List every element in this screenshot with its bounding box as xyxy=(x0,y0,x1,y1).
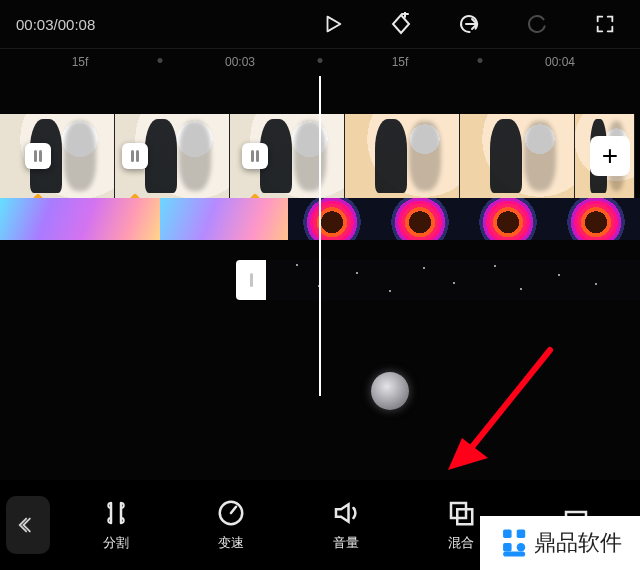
tool-speed[interactable]: 变速 xyxy=(173,498,288,552)
play-button[interactable] xyxy=(314,5,352,43)
svg-line-0 xyxy=(468,350,550,452)
video-clip[interactable] xyxy=(460,114,575,198)
ruler-dot xyxy=(318,58,323,63)
effect-clip[interactable] xyxy=(288,198,640,240)
back-button[interactable] xyxy=(6,496,50,554)
top-toolbar: 00:03/00:08 xyxy=(0,0,640,48)
keyframe-add-button[interactable] xyxy=(382,5,420,43)
video-clip[interactable] xyxy=(115,114,230,198)
time-current: 00:03 xyxy=(16,16,54,33)
svg-rect-6 xyxy=(503,529,512,538)
overlay-clip-content xyxy=(266,260,640,300)
svg-rect-9 xyxy=(503,552,525,557)
ruler-dot xyxy=(158,58,163,63)
tool-label: 变速 xyxy=(218,534,244,552)
svg-rect-7 xyxy=(517,529,526,538)
add-clip-button[interactable]: + xyxy=(590,136,630,176)
timeline-ruler[interactable]: 15f 00:03 15f 00:04 xyxy=(0,48,640,76)
transition-chip[interactable] xyxy=(122,143,148,169)
svg-point-10 xyxy=(517,543,526,552)
tool-volume[interactable]: 音量 xyxy=(288,498,403,552)
effect-clip[interactable] xyxy=(160,198,288,240)
tool-label: 音量 xyxy=(333,534,359,552)
timeline[interactable]: + xyxy=(0,76,640,396)
effect-clip[interactable] xyxy=(0,198,160,240)
ruler-label: 00:04 xyxy=(545,55,575,69)
svg-rect-8 xyxy=(503,543,512,552)
ruler-dot xyxy=(478,58,483,63)
ruler-label: 00:03 xyxy=(225,55,255,69)
video-clip[interactable] xyxy=(0,114,115,198)
watermark-text: 鼎品软件 xyxy=(534,528,622,558)
svg-marker-1 xyxy=(448,438,488,470)
transition-chip[interactable] xyxy=(25,143,51,169)
plus-icon: + xyxy=(602,140,618,172)
scroll-knob[interactable] xyxy=(371,372,409,410)
transition-chip[interactable] xyxy=(242,143,268,169)
video-clip[interactable] xyxy=(345,114,460,198)
redo-button[interactable] xyxy=(518,5,556,43)
playhead[interactable] xyxy=(319,76,321,396)
tool-split[interactable]: 分割 xyxy=(58,498,173,552)
fullscreen-button[interactable] xyxy=(586,5,624,43)
watermark-logo-icon xyxy=(498,526,532,560)
clip-handle[interactable] xyxy=(236,260,266,300)
watermark: 鼎品软件 xyxy=(480,516,640,570)
annotation-arrow-icon xyxy=(440,342,560,472)
time-total: /00:08 xyxy=(54,16,96,33)
overlay-track[interactable] xyxy=(236,260,640,300)
ruler-label: 15f xyxy=(392,55,409,69)
time-display: 00:03/00:08 xyxy=(16,16,95,33)
overlay-clip[interactable] xyxy=(236,260,640,300)
ruler-label: 15f xyxy=(72,55,89,69)
tool-label: 混合 xyxy=(448,534,474,552)
undo-button[interactable] xyxy=(450,5,488,43)
tool-label: 分割 xyxy=(103,534,129,552)
video-clip[interactable] xyxy=(230,114,345,198)
